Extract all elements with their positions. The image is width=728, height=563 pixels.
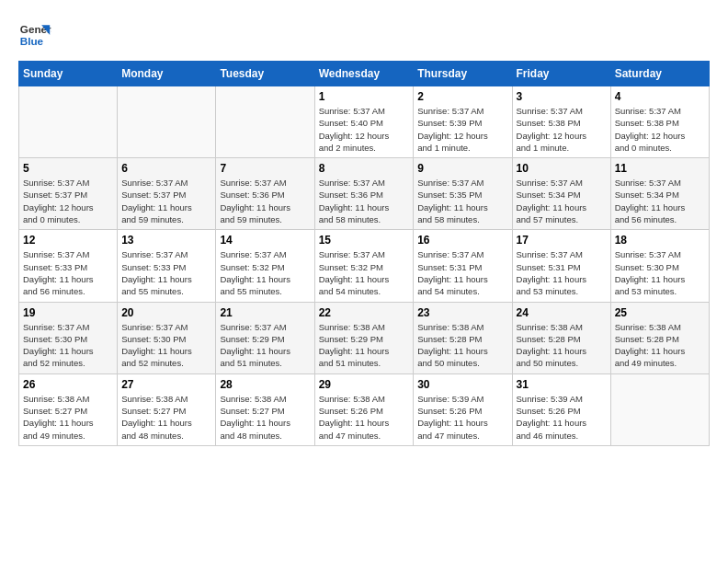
- calendar-cell: [216, 86, 314, 158]
- calendar-cell: 16Sunrise: 5:37 AM Sunset: 5:31 PM Dayli…: [414, 230, 512, 302]
- day-number: 12: [23, 234, 113, 247]
- calendar-cell: 21Sunrise: 5:37 AM Sunset: 5:29 PM Dayli…: [216, 302, 314, 373]
- calendar-cell: 9Sunrise: 5:37 AM Sunset: 5:35 PM Daylig…: [414, 158, 512, 230]
- day-number: 7: [220, 162, 310, 175]
- day-info: Sunrise: 5:37 AM Sunset: 5:34 PM Dayligh…: [615, 177, 705, 225]
- day-info: Sunrise: 5:37 AM Sunset: 5:32 PM Dayligh…: [220, 248, 310, 297]
- calendar-cell: 28Sunrise: 5:38 AM Sunset: 5:27 PM Dayli…: [216, 373, 314, 445]
- day-info: Sunrise: 5:37 AM Sunset: 5:30 PM Dayligh…: [23, 321, 113, 370]
- column-header-tuesday: Tuesday: [216, 62, 314, 86]
- calendar-week-row: 26Sunrise: 5:38 AM Sunset: 5:27 PM Dayli…: [19, 373, 710, 445]
- calendar-cell: 17Sunrise: 5:37 AM Sunset: 5:31 PM Dayli…: [512, 230, 610, 302]
- calendar-cell: 15Sunrise: 5:37 AM Sunset: 5:32 PM Dayli…: [314, 230, 414, 302]
- calendar-cell: 2Sunrise: 5:37 AM Sunset: 5:39 PM Daylig…: [414, 86, 512, 158]
- calendar-cell: 29Sunrise: 5:38 AM Sunset: 5:26 PM Dayli…: [314, 373, 414, 445]
- day-number: 3: [517, 90, 607, 103]
- day-info: Sunrise: 5:37 AM Sunset: 5:37 PM Dayligh…: [23, 177, 113, 225]
- day-info: Sunrise: 5:37 AM Sunset: 5:37 PM Dayligh…: [121, 177, 211, 225]
- day-info: Sunrise: 5:37 AM Sunset: 5:39 PM Dayligh…: [417, 105, 507, 154]
- calendar-week-row: 19Sunrise: 5:37 AM Sunset: 5:30 PM Dayli…: [19, 302, 710, 373]
- day-number: 11: [615, 162, 705, 175]
- day-info: Sunrise: 5:37 AM Sunset: 5:36 PM Dayligh…: [319, 177, 410, 225]
- calendar-cell: 27Sunrise: 5:38 AM Sunset: 5:27 PM Dayli…: [118, 373, 216, 445]
- day-info: Sunrise: 5:37 AM Sunset: 5:30 PM Dayligh…: [615, 248, 705, 297]
- day-info: Sunrise: 5:38 AM Sunset: 5:27 PM Dayligh…: [220, 393, 310, 442]
- calendar-cell: 13Sunrise: 5:37 AM Sunset: 5:33 PM Dayli…: [118, 230, 216, 302]
- day-info: Sunrise: 5:37 AM Sunset: 5:34 PM Dayligh…: [517, 177, 607, 225]
- calendar-week-row: 1Sunrise: 5:37 AM Sunset: 5:40 PM Daylig…: [19, 86, 710, 158]
- calendar-cell: [118, 86, 216, 158]
- day-info: Sunrise: 5:38 AM Sunset: 5:26 PM Dayligh…: [319, 393, 410, 442]
- day-number: 26: [23, 378, 113, 391]
- day-number: 24: [517, 306, 607, 319]
- calendar-cell: 11Sunrise: 5:37 AM Sunset: 5:34 PM Dayli…: [610, 158, 709, 230]
- calendar-cell: [19, 86, 118, 158]
- calendar-cell: 24Sunrise: 5:38 AM Sunset: 5:28 PM Dayli…: [512, 302, 610, 373]
- day-number: 30: [417, 378, 507, 391]
- day-number: 10: [517, 162, 607, 175]
- day-number: 21: [220, 306, 310, 319]
- day-info: Sunrise: 5:37 AM Sunset: 5:36 PM Dayligh…: [220, 177, 310, 225]
- day-info: Sunrise: 5:37 AM Sunset: 5:29 PM Dayligh…: [220, 321, 310, 370]
- calendar-body: 1Sunrise: 5:37 AM Sunset: 5:40 PM Daylig…: [19, 86, 710, 446]
- day-number: 29: [319, 378, 410, 391]
- calendar-cell: 6Sunrise: 5:37 AM Sunset: 5:37 PM Daylig…: [118, 158, 216, 230]
- calendar-cell: 1Sunrise: 5:37 AM Sunset: 5:40 PM Daylig…: [314, 86, 414, 158]
- svg-text:Blue: Blue: [20, 35, 44, 47]
- calendar-cell: 23Sunrise: 5:38 AM Sunset: 5:28 PM Dayli…: [414, 302, 512, 373]
- calendar-cell: 3Sunrise: 5:37 AM Sunset: 5:38 PM Daylig…: [512, 86, 610, 158]
- day-info: Sunrise: 5:38 AM Sunset: 5:28 PM Dayligh…: [417, 321, 507, 370]
- calendar-cell: 14Sunrise: 5:37 AM Sunset: 5:32 PM Dayli…: [216, 230, 314, 302]
- logo: General Blue: [18, 18, 51, 52]
- column-header-sunday: Sunday: [19, 62, 118, 86]
- calendar-week-row: 5Sunrise: 5:37 AM Sunset: 5:37 PM Daylig…: [19, 158, 710, 230]
- day-number: 23: [417, 306, 507, 319]
- day-number: 8: [319, 162, 410, 175]
- calendar-cell: 22Sunrise: 5:38 AM Sunset: 5:29 PM Dayli…: [314, 302, 414, 373]
- day-info: Sunrise: 5:37 AM Sunset: 5:33 PM Dayligh…: [23, 248, 113, 297]
- day-number: 6: [121, 162, 211, 175]
- day-info: Sunrise: 5:37 AM Sunset: 5:30 PM Dayligh…: [121, 321, 211, 370]
- day-info: Sunrise: 5:38 AM Sunset: 5:28 PM Dayligh…: [517, 321, 607, 370]
- day-info: Sunrise: 5:37 AM Sunset: 5:32 PM Dayligh…: [319, 248, 410, 297]
- day-info: Sunrise: 5:38 AM Sunset: 5:29 PM Dayligh…: [319, 321, 410, 370]
- calendar-cell: 20Sunrise: 5:37 AM Sunset: 5:30 PM Dayli…: [118, 302, 216, 373]
- day-number: 16: [417, 234, 507, 247]
- day-number: 18: [615, 234, 705, 247]
- day-number: 17: [517, 234, 607, 247]
- calendar-cell: 30Sunrise: 5:39 AM Sunset: 5:26 PM Dayli…: [414, 373, 512, 445]
- day-info: Sunrise: 5:37 AM Sunset: 5:40 PM Dayligh…: [319, 105, 410, 154]
- day-number: 20: [121, 306, 211, 319]
- day-number: 5: [23, 162, 113, 175]
- day-number: 28: [220, 378, 310, 391]
- calendar-cell: 7Sunrise: 5:37 AM Sunset: 5:36 PM Daylig…: [216, 158, 314, 230]
- calendar-week-row: 12Sunrise: 5:37 AM Sunset: 5:33 PM Dayli…: [19, 230, 710, 302]
- page-header: General Blue: [18, 18, 710, 52]
- day-number: 22: [319, 306, 410, 319]
- calendar-table: SundayMondayTuesdayWednesdayThursdayFrid…: [18, 61, 710, 446]
- day-info: Sunrise: 5:38 AM Sunset: 5:28 PM Dayligh…: [615, 321, 705, 370]
- day-number: 15: [319, 234, 410, 247]
- column-header-thursday: Thursday: [414, 62, 512, 86]
- day-info: Sunrise: 5:38 AM Sunset: 5:27 PM Dayligh…: [23, 393, 113, 442]
- calendar-cell: 4Sunrise: 5:37 AM Sunset: 5:38 PM Daylig…: [610, 86, 709, 158]
- calendar-cell: 18Sunrise: 5:37 AM Sunset: 5:30 PM Dayli…: [610, 230, 709, 302]
- day-number: 1: [319, 90, 410, 103]
- calendar-header-row: SundayMondayTuesdayWednesdayThursdayFrid…: [19, 62, 710, 86]
- day-number: 4: [615, 90, 705, 103]
- day-info: Sunrise: 5:37 AM Sunset: 5:31 PM Dayligh…: [417, 248, 507, 297]
- calendar-cell: 19Sunrise: 5:37 AM Sunset: 5:30 PM Dayli…: [19, 302, 118, 373]
- day-number: 25: [615, 306, 705, 319]
- day-info: Sunrise: 5:37 AM Sunset: 5:38 PM Dayligh…: [615, 105, 705, 154]
- day-number: 13: [121, 234, 211, 247]
- calendar-cell: 10Sunrise: 5:37 AM Sunset: 5:34 PM Dayli…: [512, 158, 610, 230]
- day-info: Sunrise: 5:37 AM Sunset: 5:38 PM Dayligh…: [517, 105, 607, 154]
- calendar-cell: [610, 373, 709, 445]
- day-number: 19: [23, 306, 113, 319]
- day-number: 14: [220, 234, 310, 247]
- column-header-monday: Monday: [118, 62, 216, 86]
- calendar-cell: 26Sunrise: 5:38 AM Sunset: 5:27 PM Dayli…: [19, 373, 118, 445]
- column-header-saturday: Saturday: [610, 62, 709, 86]
- logo-icon: General Blue: [18, 18, 51, 52]
- day-info: Sunrise: 5:37 AM Sunset: 5:31 PM Dayligh…: [517, 248, 607, 297]
